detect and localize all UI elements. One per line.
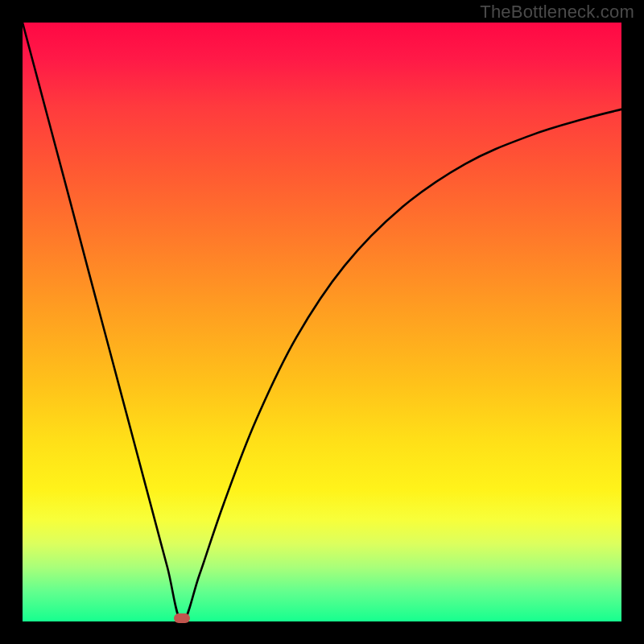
plot-area [23, 23, 621, 621]
optimum-marker [174, 613, 190, 623]
curve-svg [23, 23, 621, 621]
watermark-text: TheBottleneck.com [480, 2, 634, 23]
bottleneck-curve-path [23, 23, 621, 621]
chart-frame: TheBottleneck.com [0, 0, 644, 644]
